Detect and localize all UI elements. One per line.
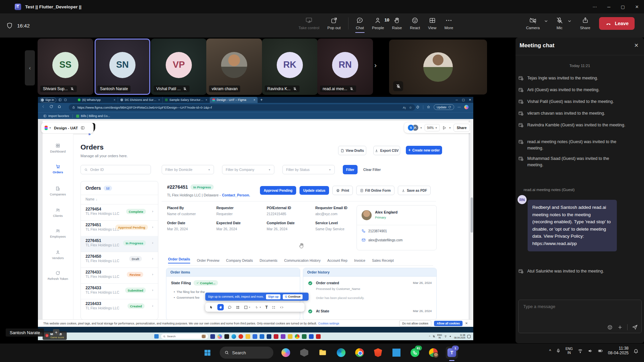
new-tab-icon[interactable]: + [260,98,263,102]
save-as-pdf-button[interactable]: Save as PDF [398,186,431,195]
filter-apply-button[interactable]: Filter [343,165,358,174]
tray-chevron-icon[interactable]: ^ [549,349,551,353]
cookie-settings-link[interactable]: Cookies settings [318,322,339,325]
browser-tab[interactable]: DC Divisions and Surroundings × [118,97,163,103]
leave-button[interactable]: Leave [599,17,635,30]
approval-pending-button[interactable]: Approval Pending [260,186,296,195]
hand-tool-active[interactable] [217,304,224,310]
tab-account-rep[interactable]: Account Rep [327,258,347,262]
filmstrip-prev[interactable]: ‹ [25,50,35,85]
teams-icon-active[interactable]: T 1 [446,347,458,359]
battery-icon[interactable] [598,348,603,353]
dev-mode-icon[interactable] [280,305,284,309]
shared-taskbar-app-icon[interactable] [217,334,222,339]
favorite-item[interactable]: Bills | Billing and Co... [76,114,110,118]
contact-email[interactable]: alex@vstatefilings.com [368,238,402,242]
brave-icon[interactable] [372,347,384,359]
read-aloud-icon[interactable]: A) [403,106,406,109]
sidebar-item-clients[interactable]: Clients [43,207,73,218]
close-button[interactable]: ✕ [630,0,644,13]
whatsapp-icon[interactable]: 81 [409,347,421,359]
filter-status-select[interactable]: Filter by Status▼ [282,165,335,174]
cookie-close-icon[interactable]: ✕ [465,321,468,325]
address-bar[interactable]: https://www.figma.com/design/9BKQ0FOHRWa… [69,104,415,111]
start-button[interactable] [201,347,213,359]
tab-close-icon[interactable]: × [114,98,115,102]
create-order-button[interactable]: + Create new order [406,146,442,155]
file-explorer-icon[interactable] [317,347,329,359]
shared-taskbar-app-icon[interactable] [274,334,278,339]
tab-order-details[interactable]: Order Details [168,257,190,263]
shared-lang-indicator[interactable]: ENG [437,334,442,336]
sort-desc-icon[interactable]: ↓ [96,198,98,201]
sidebar-item-vendors[interactable]: Vendors [43,250,73,260]
chevron-down-icon[interactable]: ▼ [249,306,251,308]
edge-icon[interactable] [335,347,347,359]
presenter-tag-add-button[interactable]: + [53,329,59,336]
text-tool-icon[interactable]: T [265,305,268,310]
favorites-bar-icon[interactable] [427,105,430,109]
shared-taskbar-app-icon[interactable] [267,334,271,339]
edge-update-button[interactable]: Update [434,104,454,110]
figma-share-button[interactable]: Share [453,124,470,132]
tab-actions-icon[interactable] [64,98,67,102]
frame-tool-icon[interactable] [236,305,240,309]
sidebar-item-dashboard[interactable]: Dashboard [43,143,73,153]
sidebar-item-employees[interactable]: Employees [43,228,73,238]
browser-tab[interactable]: Sample Salary Structure with calc × [163,97,210,103]
browser-maximize-icon[interactable]: ▢ [462,98,465,102]
allow-cookies-button[interactable]: Allow all cookies [434,321,463,326]
present-play-icon[interactable] [442,126,446,130]
shared-taskbar-app-icon[interactable] [246,334,250,339]
order-row[interactable]: 2216433TL Flex Holdings LLC Created › [81,299,158,315]
camera-chevron-icon[interactable] [544,19,548,23]
shared-start-icon[interactable] [154,334,159,339]
browser-close-icon[interactable]: ✕ [469,98,471,102]
order-row[interactable]: 2279454TL Flex Holdings LLC Complete › [81,204,158,221]
share-button[interactable]: Share [577,17,594,30]
name-column-header[interactable]: Name [86,197,95,201]
order-row[interactable]: 2276433TL Flex Holdings LLC Review › [81,267,158,284]
taskbar-copilot-icon[interactable] [280,347,292,359]
deny-cookies-button[interactable]: Do not allow cookies [399,320,431,326]
google-continue-button[interactable]: G Continue [283,294,302,299]
participant-tile[interactable]: RN read.ai mee... [317,39,373,95]
more-button[interactable]: More [441,17,457,30]
attach-plus-icon[interactable] [617,324,623,330]
component-tool-icon[interactable] [272,305,276,309]
tab-close-icon[interactable]: × [206,98,207,102]
people-button[interactable]: 10 People [369,17,387,30]
figma-main-menu[interactable]: ▼ [45,126,51,130]
browser-signin-button[interactable]: Sign in [40,98,56,103]
sidebar-item-refresh-token[interactable]: Refresh Token [43,270,73,281]
tab-communication-history[interactable]: Communication History [284,258,321,262]
volume-icon[interactable] [588,348,593,354]
extension-icon[interactable] [416,105,420,109]
shared-taskbar-app-icon[interactable] [295,334,300,339]
language-indicator[interactable]: ENGIN [566,347,573,355]
participant-tile[interactable]: SS Shivani Sup... [38,39,93,95]
shared-taskbar-app-icon[interactable] [316,334,321,339]
chevron-down-icon[interactable]: ▼ [449,127,451,129]
tab-company-details[interactable]: Company Details [226,258,253,262]
tab-invoice[interactable]: Invoice [354,258,365,262]
shape-tool-icon[interactable] [244,305,248,309]
chat-input-box[interactable] [518,300,642,333]
tab-sales-receipt[interactable]: Sales Receipt [372,258,394,262]
chrome-profile-icon[interactable] [427,347,439,359]
comment-tool-icon[interactable] [228,305,232,309]
sidebar-item-companies[interactable]: Companies [43,186,73,196]
chat-message-input[interactable] [523,304,639,309]
mic-chevron-icon[interactable] [567,19,572,23]
tray-mic-icon[interactable] [556,348,561,353]
shared-taskbar-app-icon[interactable] [238,334,243,339]
taskbar-app-icon[interactable] [298,347,310,359]
order-row[interactable]: 2276450TL Flex Holdings LLC Draft › [81,252,158,268]
chevron-down-icon[interactable]: ▼ [259,306,261,308]
filmstrip-next[interactable]: › [374,61,377,69]
chevron-down-icon[interactable]: ▼ [420,127,422,129]
order-row[interactable]: 2276433TL Flex Holdings LLC Submitted › [81,283,158,299]
tab-close-icon[interactable]: × [254,98,255,102]
tab-order-preview[interactable]: Order Preview [197,258,219,262]
chat-button[interactable]: Chat [353,17,367,30]
